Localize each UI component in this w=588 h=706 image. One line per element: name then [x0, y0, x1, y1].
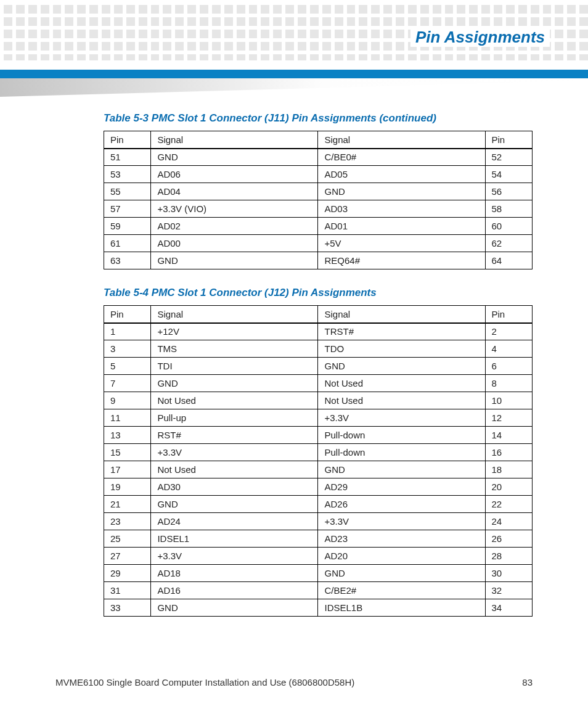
cell: 12 — [485, 409, 532, 427]
table-row: 11Pull-up+3.3V12 — [104, 409, 533, 427]
cell: 61 — [104, 235, 151, 252]
table-5-3: Pin Signal Signal Pin 51GNDC/BE0#5253AD0… — [104, 131, 533, 269]
cell: AD04 — [151, 183, 318, 200]
cell: 59 — [104, 218, 151, 235]
cell: 28 — [485, 548, 532, 565]
cell: AD29 — [318, 478, 485, 496]
table-row: 55AD04GND56 — [104, 183, 533, 200]
table-row: 5TDIGND6 — [104, 358, 533, 375]
table-row: 57+3.3V (VIO)AD0358 — [104, 200, 533, 218]
cell: 17 — [104, 461, 151, 478]
cell: GND — [151, 375, 318, 392]
cell: C/BE0# — [318, 149, 485, 166]
cell: TDI — [151, 358, 318, 375]
cell: AD00 — [151, 235, 318, 252]
cell: GND — [151, 149, 318, 166]
cell: +3.3V — [318, 513, 485, 530]
cell: 21 — [104, 496, 151, 513]
cell: 30 — [485, 565, 532, 582]
table-row: 59AD02AD0160 — [104, 218, 533, 235]
cell: 9 — [104, 392, 151, 409]
table-row: 29AD18GND30 — [104, 565, 533, 582]
cell: 31 — [104, 582, 151, 599]
table-row: 53AD06AD0554 — [104, 166, 533, 183]
cell: 60 — [485, 218, 532, 235]
cell: GND — [151, 496, 318, 513]
cell: AD23 — [318, 530, 485, 548]
cell: AD05 — [318, 166, 485, 183]
cell: AD01 — [318, 218, 485, 235]
col-signal-right: Signal — [318, 131, 485, 149]
cell: Not Used — [318, 392, 485, 409]
cell: 22 — [485, 496, 532, 513]
table-row: 51GNDC/BE0#52 — [104, 149, 533, 166]
cell: 6 — [485, 358, 532, 375]
cell: 11 — [104, 409, 151, 427]
header-blue-bar — [0, 70, 588, 78]
table-row: 33GNDIDSEL1B34 — [104, 599, 533, 617]
cell: 3 — [104, 340, 151, 358]
cell: 58 — [485, 200, 532, 218]
footer-doc-title: MVME6100 Single Board Computer Installat… — [55, 677, 354, 688]
cell: GND — [318, 358, 485, 375]
table-row: 61AD00+5V62 — [104, 235, 533, 252]
col-pin-right: Pin — [485, 306, 532, 323]
col-pin-left: Pin — [104, 306, 151, 323]
cell: AD24 — [151, 513, 318, 530]
table-row: 31AD16C/BE2#32 — [104, 582, 533, 599]
table-5-4: Pin Signal Signal Pin 1+12VTRST#23TMSTDO… — [104, 305, 533, 617]
cell: IDSEL1B — [318, 599, 485, 617]
cell: 62 — [485, 235, 532, 252]
table-row: 3TMSTDO4 — [104, 340, 533, 358]
cell: GND — [318, 565, 485, 582]
table-5-4-caption: Table 5-4 PMC Slot 1 Connector (J12) Pin… — [104, 287, 533, 299]
cell: C/BE2# — [318, 582, 485, 599]
cell: 53 — [104, 166, 151, 183]
table-row: 15+3.3VPull-down16 — [104, 444, 533, 461]
table-5-3-caption: Table 5-3 PMC Slot 1 Connector (J11) Pin… — [104, 112, 533, 125]
table-row: 21GNDAD2622 — [104, 496, 533, 513]
cell: 2 — [485, 323, 532, 340]
cell: 10 — [485, 392, 532, 409]
cell: Not Used — [151, 392, 318, 409]
cell: 24 — [485, 513, 532, 530]
cell: Pull-down — [318, 444, 485, 461]
cell: 18 — [485, 461, 532, 478]
cell: 16 — [485, 444, 532, 461]
cell: Not Used — [151, 461, 318, 478]
cell: 23 — [104, 513, 151, 530]
col-pin-right: Pin — [485, 131, 532, 149]
cell: GND — [151, 599, 318, 617]
cell: TMS — [151, 340, 318, 358]
cell: +5V — [318, 235, 485, 252]
cell: 56 — [485, 183, 532, 200]
col-pin-left: Pin — [104, 131, 151, 149]
table-row: 27+3.3VAD2028 — [104, 548, 533, 565]
cell: 7 — [104, 375, 151, 392]
cell: +3.3V — [318, 409, 485, 427]
col-signal-right: Signal — [318, 306, 485, 323]
footer-page-number: 83 — [522, 677, 533, 688]
cell: AD06 — [151, 166, 318, 183]
cell: 51 — [104, 149, 151, 166]
cell: Not Used — [318, 375, 485, 392]
cell: +3.3V — [151, 444, 318, 461]
cell: 14 — [485, 427, 532, 444]
cell: 26 — [485, 530, 532, 548]
cell: GND — [318, 461, 485, 478]
cell: 27 — [104, 548, 151, 565]
cell: +3.3V — [151, 548, 318, 565]
cell: 25 — [104, 530, 151, 548]
cell: AD30 — [151, 478, 318, 496]
table-row: 23AD24+3.3V24 — [104, 513, 533, 530]
table-row: 13RST#Pull-down14 — [104, 427, 533, 444]
cell: 4 — [485, 340, 532, 358]
cell: +3.3V (VIO) — [151, 200, 318, 218]
table-row: 19AD30AD2920 — [104, 478, 533, 496]
cell: IDSEL1 — [151, 530, 318, 548]
cell: 63 — [104, 252, 151, 269]
cell: AD20 — [318, 548, 485, 565]
cell: REQ64# — [318, 252, 485, 269]
cell: TDO — [318, 340, 485, 358]
table-row: 7GNDNot Used8 — [104, 375, 533, 392]
